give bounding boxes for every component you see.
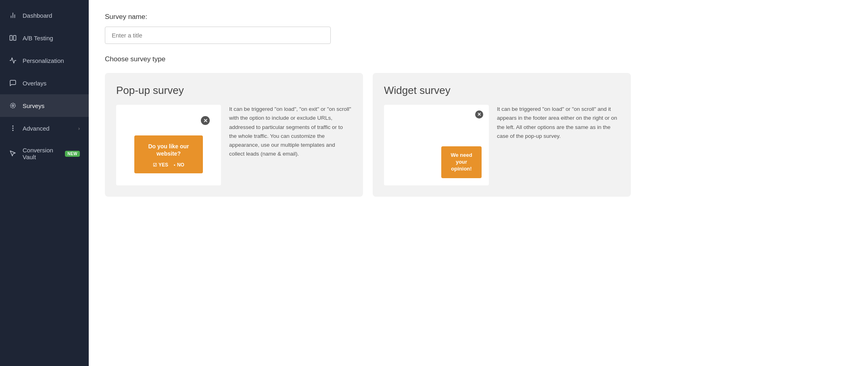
surveys-icon [9,102,17,110]
popup-question-text: Do you like our website? [142,143,195,157]
sidebar-item-surveys[interactable]: Surveys [0,94,89,117]
sidebar: Dashboard A/B Testing Personalization Ov… [0,0,89,366]
personalization-icon [9,56,17,64]
widget-close-icon: ✕ [475,110,483,119]
widget-preview-bubble: We need your opinion! [441,146,482,178]
widget-survey-body: We need your opinion! ✕ It can be trigge… [384,105,620,185]
survey-name-section: Survey name: [105,13,852,55]
new-badge: NEW [65,151,80,157]
widget-survey-card[interactable]: Widget survey We need your opinion! ✕ It… [373,73,631,197]
popup-no-label: NO [177,162,184,168]
popup-yes-label: YES [159,162,168,168]
checkbox-yes-icon: ☑ [153,162,157,168]
sidebar-item-overlays-label: Overlays [23,80,80,87]
svg-rect-3 [10,35,13,40]
sidebar-item-advanced-label: Advanced [23,125,73,132]
checkbox-no-icon: ▪ [174,162,175,167]
widget-question-text: We need your opinion! [448,152,475,173]
widget-survey-preview: We need your opinion! ✕ [384,105,489,185]
advanced-icon [9,124,17,132]
sidebar-item-conversion-vault-label: Conversion Vault [23,147,59,160]
chevron-right-icon: › [78,125,80,131]
popup-survey-card[interactable]: Pop-up survey Do you like our website? ☑… [105,73,363,197]
popup-preview-bubble: Do you like our website? ☑ YES ▪ NO [134,135,203,173]
bar-chart-icon [9,11,17,19]
main-content: Survey name: Choose survey type Pop-up s… [89,0,868,366]
widget-survey-desc: It can be triggered "on load" or "on scr… [497,105,620,141]
sidebar-item-personalization-label: Personalization [23,57,80,64]
popup-survey-body: Do you like our website? ☑ YES ▪ NO [116,105,352,185]
widget-survey-title: Widget survey [384,84,620,97]
popup-survey-preview: Do you like our website? ☑ YES ▪ NO [116,105,221,185]
sidebar-item-dashboard[interactable]: Dashboard [0,4,89,27]
popup-close-icon: ✕ [201,116,210,125]
popup-options: ☑ YES ▪ NO [142,162,195,168]
sidebar-item-dashboard-label: Dashboard [23,12,80,19]
sidebar-item-advanced[interactable]: Advanced › [0,117,89,139]
sidebar-item-personalization[interactable]: Personalization [0,49,89,72]
survey-types-container: Pop-up survey Do you like our website? ☑… [105,73,852,197]
sidebar-item-conversion-vault[interactable]: Conversion Vault NEW [0,139,89,168]
sidebar-item-overlays[interactable]: Overlays [0,72,89,94]
ab-testing-icon [9,34,17,42]
overlays-icon [9,79,17,87]
survey-name-input[interactable] [105,27,331,44]
svg-point-6 [10,103,15,108]
svg-rect-4 [14,35,16,40]
popup-no-option: ▪ NO [174,162,184,168]
sidebar-item-ab-testing-label: A/B Testing [23,35,80,42]
conversion-vault-icon [9,150,17,158]
choose-type-label: Choose survey type [105,55,852,63]
sidebar-item-ab-testing[interactable]: A/B Testing [0,27,89,49]
survey-name-label: Survey name: [105,13,852,21]
sidebar-item-surveys-label: Surveys [23,102,80,109]
svg-point-8 [13,126,13,127]
popup-yes-option: ☑ YES [153,162,168,168]
svg-point-7 [13,128,13,129]
popup-survey-desc: It can be triggered "on load", "on exit"… [229,105,352,159]
svg-point-9 [13,130,13,131]
svg-point-5 [12,105,14,107]
popup-survey-title: Pop-up survey [116,84,352,97]
